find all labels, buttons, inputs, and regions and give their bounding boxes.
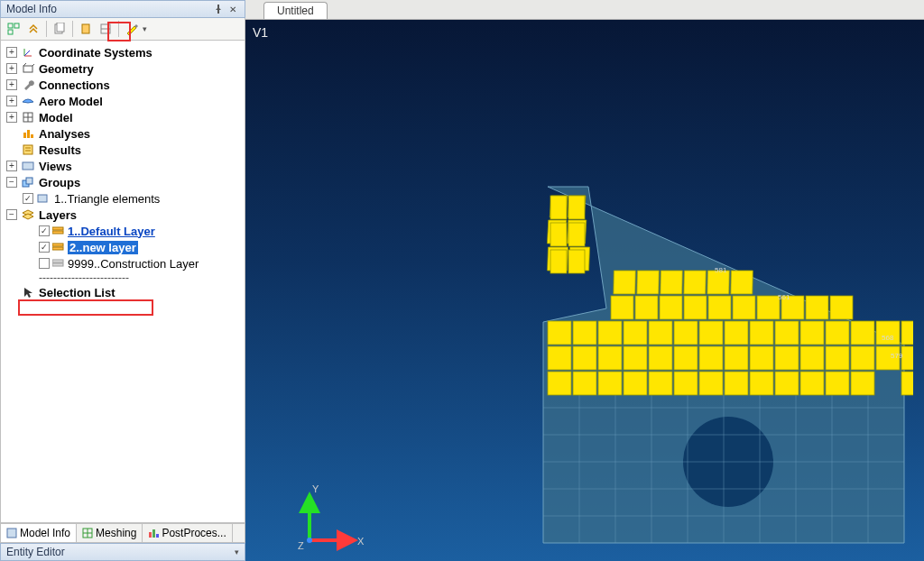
svg-rect-115 <box>725 372 748 395</box>
expand-icon[interactable]: + <box>6 47 17 58</box>
svg-rect-94 <box>573 346 596 370</box>
svg-rect-1 <box>14 23 19 28</box>
svg-rect-23 <box>23 162 33 170</box>
svg-rect-110 <box>598 372 622 395</box>
dropdown-arrow-icon[interactable]: ▾ <box>143 24 147 33</box>
tree-node-aero-model[interactable]: + Aero Model <box>3 93 245 109</box>
svg-rect-101 <box>750 346 773 370</box>
svg-text:Y: Y <box>312 483 319 494</box>
tree-node-selection-list[interactable]: Selection List <box>3 284 245 300</box>
svg-rect-118 <box>800 372 824 395</box>
meshing-tab-icon <box>82 528 93 538</box>
svg-rect-64 <box>661 271 682 294</box>
svg-rect-107 <box>901 346 913 370</box>
svg-text:568: 568 <box>882 334 894 342</box>
document-tabbar: Untitled <box>245 0 924 20</box>
svg-text:561: 561 <box>778 293 790 301</box>
svg-rect-83 <box>674 321 698 345</box>
tree-node-layer-default[interactable]: ✓ 1..Default Layer <box>3 223 245 239</box>
svg-rect-123 <box>568 196 585 219</box>
checkbox[interactable]: ✓ <box>39 242 50 253</box>
tree-node-geometry[interactable]: + Geometry <box>3 60 245 77</box>
toolbar-separator <box>118 21 119 37</box>
tree-label: 1..Default Layer <box>68 225 155 238</box>
tree-node-model[interactable]: + Model <box>3 109 245 125</box>
link-icon[interactable] <box>97 20 115 38</box>
tab-meshing[interactable]: Meshing <box>77 524 143 542</box>
svg-rect-0 <box>8 23 13 28</box>
close-icon[interactable]: ✕ <box>226 3 239 15</box>
expand-all-icon[interactable] <box>5 20 23 38</box>
dropdown-arrow-icon[interactable]: ▾ <box>235 547 239 556</box>
tree-label: Layers <box>39 208 77 222</box>
copy-icon[interactable] <box>51 20 69 38</box>
svg-rect-38 <box>152 529 155 538</box>
expand-icon[interactable]: + <box>6 112 17 123</box>
tree-label: Selection List <box>39 286 116 299</box>
axes-icon <box>21 46 35 59</box>
model-tree[interactable]: + Coordinate Systems + Geometry + Connec… <box>0 40 245 523</box>
collapse-icon[interactable]: − <box>6 177 17 188</box>
tree-node-coordinate-systems[interactable]: + Coordinate Systems <box>3 44 245 60</box>
tree-node-groups[interactable]: − Groups <box>3 174 245 190</box>
views-icon <box>21 160 35 172</box>
svg-rect-77 <box>830 296 853 319</box>
tree-node-layers[interactable]: − Layers <box>3 207 245 223</box>
document-tab-untitled[interactable]: Untitled <box>263 2 328 19</box>
svg-rect-87 <box>775 321 799 345</box>
svg-rect-79 <box>573 321 596 345</box>
highlighter-icon[interactable] <box>123 20 141 38</box>
layer-icon <box>52 225 65 236</box>
svg-rect-37 <box>149 532 152 538</box>
svg-rect-103 <box>800 346 824 370</box>
tab-label: Model Info <box>20 527 70 539</box>
tree-separator: ------------------------- <box>3 271 245 284</box>
svg-rect-104 <box>826 346 849 370</box>
collapse-icon[interactable]: − <box>6 209 17 220</box>
layers-icon <box>21 208 35 221</box>
svg-rect-65 <box>684 271 706 294</box>
axis-triad: Y X Z <box>296 482 368 554</box>
checkbox[interactable]: ✓ <box>39 225 50 236</box>
tree-label: Connections <box>39 78 110 92</box>
checkbox[interactable] <box>39 258 50 269</box>
svg-rect-125 <box>568 223 585 246</box>
svg-rect-122 <box>550 196 567 219</box>
svg-rect-84 <box>699 321 723 345</box>
tree-node-analyses[interactable]: Analyses <box>3 125 245 142</box>
svg-rect-102 <box>775 346 799 370</box>
tree-node-group-triangle-elements[interactable]: ✓ 1..Triangle elements <box>3 190 245 207</box>
tree-node-connections[interactable]: + Connections <box>3 77 245 93</box>
groups-icon <box>21 176 35 189</box>
svg-rect-78 <box>548 321 571 345</box>
checkbox[interactable]: ✓ <box>23 193 33 204</box>
svg-rect-98 <box>674 346 698 370</box>
svg-rect-108 <box>548 372 571 395</box>
tree-node-views[interactable]: + Views <box>3 158 245 174</box>
tree-node-results[interactable]: Results <box>3 142 245 158</box>
svg-rect-111 <box>624 372 647 395</box>
pin-icon[interactable] <box>212 3 225 15</box>
svg-rect-74 <box>757 296 780 319</box>
svg-rect-99 <box>699 346 723 370</box>
paste-icon[interactable] <box>77 20 95 38</box>
tree-label: Model <box>39 111 73 124</box>
annotation-highlight-row <box>18 299 153 316</box>
tab-model-info[interactable]: Model Info <box>1 524 77 542</box>
tree-node-layer-new-layer[interactable]: ✓ 2..new layer <box>3 239 245 255</box>
svg-rect-85 <box>725 321 748 345</box>
expand-icon[interactable]: + <box>6 63 17 74</box>
svg-rect-124 <box>550 223 567 246</box>
expand-icon[interactable]: + <box>6 96 17 106</box>
svg-rect-4 <box>57 23 64 32</box>
mesh-model: 581 561 568 579 <box>525 182 913 561</box>
expand-icon[interactable]: + <box>6 79 17 90</box>
tree-node-layer-construction[interactable]: 9999..Construction Layer <box>3 255 245 271</box>
tab-postprocessing[interactable]: PostProces... <box>143 524 232 542</box>
expand-icon[interactable]: + <box>6 161 17 171</box>
toolbar-separator <box>46 21 47 37</box>
view-label: V1 <box>253 25 268 40</box>
svg-rect-97 <box>649 346 672 370</box>
graphics-viewport[interactable]: V1 <box>245 20 924 561</box>
collapse-all-icon[interactable] <box>24 20 42 38</box>
